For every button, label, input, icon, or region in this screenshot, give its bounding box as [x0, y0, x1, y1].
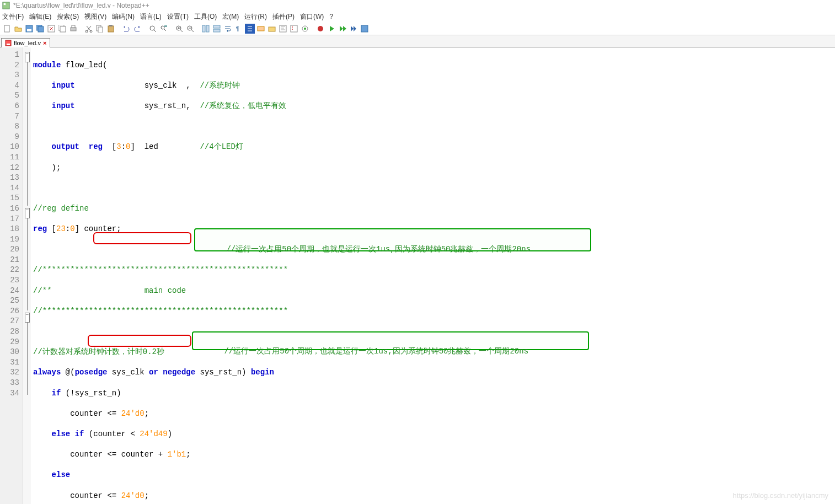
- title-bar: *E:\quartus\flow_led\rtl\flow_led.v - No…: [0, 0, 835, 11]
- save-icon[interactable]: [24, 24, 34, 34]
- open-file-icon[interactable]: [13, 24, 23, 34]
- menu-run[interactable]: 运行(R): [244, 11, 267, 22]
- svg-rect-25: [213, 25, 220, 28]
- save-macro-icon[interactable]: [360, 24, 370, 34]
- folder-panel-icon[interactable]: [267, 24, 277, 34]
- menu-encoding[interactable]: 编码(N): [112, 11, 135, 22]
- svg-rect-16: [108, 26, 114, 32]
- cut-icon[interactable]: [84, 24, 94, 34]
- svg-rect-20: [164, 25, 167, 27]
- play-icon[interactable]: [326, 24, 336, 34]
- new-file-icon[interactable]: [2, 24, 12, 34]
- svg-point-32: [292, 26, 293, 28]
- svg-rect-1: [4, 3, 6, 6]
- sync-h-icon[interactable]: [212, 24, 222, 34]
- svg-rect-17: [109, 25, 113, 26]
- menu-bar: 文件(F) 编辑(E) 搜索(S) 视图(V) 编码(N) 语言(L) 设置(T…: [0, 11, 835, 22]
- replace-icon[interactable]: [159, 24, 169, 34]
- tab-label: flow_led.v: [14, 40, 41, 46]
- menu-file[interactable]: 文件(F): [2, 11, 24, 22]
- menu-tools[interactable]: 工具(O): [194, 11, 217, 22]
- code-area[interactable]: module flow_led( input sys_clk , //系统时钟 …: [31, 47, 835, 504]
- svg-rect-28: [258, 26, 264, 31]
- find-icon[interactable]: [148, 24, 158, 34]
- svg-point-36: [318, 26, 323, 31]
- svg-rect-10: [71, 28, 76, 31]
- svg-point-33: [292, 29, 293, 30]
- redo-icon[interactable]: [132, 24, 142, 34]
- window-title: *E:\quartus\flow_led\rtl\flow_led.v - No…: [13, 0, 149, 11]
- wrap-icon[interactable]: [223, 24, 233, 34]
- svg-rect-37: [361, 25, 368, 32]
- toolbar: ¶: [0, 22, 835, 35]
- fast-icon[interactable]: [349, 24, 358, 34]
- app-icon: [2, 2, 10, 9]
- svg-rect-31: [291, 25, 297, 32]
- svg-text:¶: ¶: [236, 26, 239, 32]
- menu-help[interactable]: ?: [329, 11, 333, 22]
- undo-icon[interactable]: [121, 24, 131, 34]
- tab-bar: flow_led.v ×: [0, 35, 835, 47]
- close-icon[interactable]: [46, 24, 56, 34]
- func-list-icon[interactable]: [289, 24, 299, 34]
- play-multi-icon[interactable]: [338, 24, 347, 34]
- zoom-in-icon[interactable]: [174, 24, 184, 34]
- line-number-gutter: 1234567891011121314151617181920212223242…: [0, 47, 23, 504]
- ug-icon[interactable]: [256, 24, 266, 34]
- svg-rect-4: [27, 29, 31, 31]
- svg-point-18: [150, 26, 154, 30]
- save-all-icon[interactable]: [35, 24, 45, 34]
- svg-point-35: [304, 28, 306, 30]
- svg-point-19: [161, 26, 164, 29]
- svg-rect-29: [269, 27, 275, 31]
- svg-rect-6: [38, 26, 44, 32]
- menu-search[interactable]: 搜索(S): [57, 11, 79, 22]
- menu-settings[interactable]: 设置(T): [167, 11, 189, 22]
- menu-window[interactable]: 窗口(W): [300, 11, 324, 22]
- menu-language[interactable]: 语言(L): [140, 11, 162, 22]
- doc-map-icon[interactable]: [278, 24, 288, 34]
- paste-icon[interactable]: [106, 24, 116, 34]
- indent-guide-icon[interactable]: [245, 24, 255, 34]
- svg-rect-39: [7, 44, 10, 45]
- zoom-out-icon[interactable]: [185, 24, 195, 34]
- svg-rect-23: [202, 25, 205, 32]
- code-editor[interactable]: 1234567891011121314151617181920212223242…: [0, 47, 835, 504]
- svg-rect-9: [60, 26, 66, 32]
- menu-macro[interactable]: 宏(M): [222, 11, 239, 22]
- svg-rect-11: [72, 25, 75, 28]
- svg-rect-26: [213, 29, 220, 32]
- tab-close-icon[interactable]: ×: [43, 40, 46, 46]
- menu-view[interactable]: 视图(V): [84, 11, 106, 22]
- fold-column: −−−: [23, 47, 31, 504]
- menu-plugins[interactable]: 插件(P): [272, 11, 295, 22]
- svg-rect-15: [98, 27, 103, 33]
- record-icon[interactable]: [315, 24, 325, 34]
- svg-rect-24: [206, 25, 209, 32]
- menu-edit[interactable]: 编辑(E): [29, 11, 51, 22]
- sync-v-icon[interactable]: [201, 24, 211, 34]
- svg-rect-2: [4, 25, 9, 32]
- copy-icon[interactable]: [95, 24, 105, 34]
- close-all-icon[interactable]: [57, 24, 67, 34]
- show-all-chars-icon[interactable]: ¶: [234, 24, 244, 34]
- monitor-icon[interactable]: [300, 24, 310, 34]
- file-dirty-icon: [5, 40, 12, 46]
- print-icon[interactable]: [68, 24, 78, 34]
- tab-flow-led[interactable]: flow_led.v ×: [1, 38, 50, 47]
